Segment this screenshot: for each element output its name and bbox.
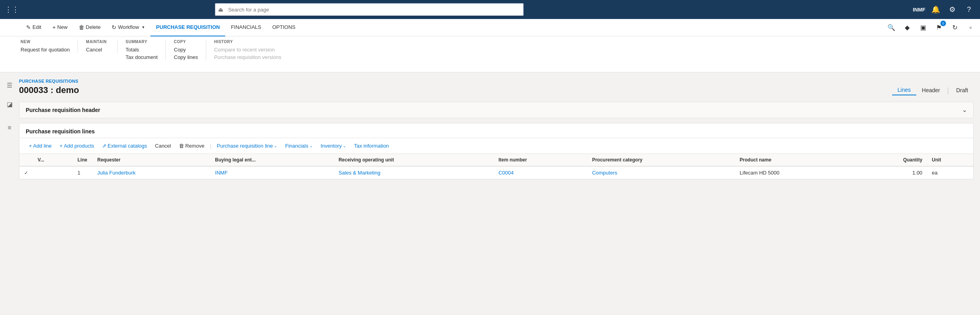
ribbon-group-copy-items: Copy Copy lines [174,46,198,61]
row-line: 1 [73,166,93,179]
search-input[interactable] [215,3,524,16]
ribbon-item-copy[interactable]: Copy [174,46,198,53]
ribbon-item-pr-versions: Purchase requisition versions [214,54,281,61]
ribbon-item-tax-document[interactable]: Tax document [125,54,158,61]
content-area: PURCHASE REQUISITIONS 000033 : demo Line… [19,72,980,180]
refresh-icon[interactable]: ↻ [948,21,961,34]
remove-btn[interactable]: 🗑 Remove [176,141,207,150]
top-bar-right: INMF 🔔 ⚙ ? [913,3,975,16]
tax-information-btn[interactable]: Tax information [351,141,392,150]
add-products-icon: + [60,143,63,149]
tab-workflow[interactable]: ↻ Workflow ▼ [106,19,150,36]
page-view-tabs: Lines Header | Draft [892,85,974,95]
delete-icon: 🗑 [79,24,84,30]
remove-icon: 🗑 [179,143,184,149]
ribbon-group-summary-label: SUMMARY [125,40,158,44]
ribbon-tabs-bar: ✎ Edit + New 🗑 Delete ↻ Workflow ▼ PURCH… [0,19,980,36]
office-icon[interactable]: ▣ [917,21,929,34]
ribbon-item-compare-recent: Compare to recent version [214,46,281,53]
tab-options[interactable]: OPTIONS [267,19,301,36]
row-check[interactable]: ✓ [19,166,33,179]
table-row[interactable]: ✓ 1 Julia Funderburk INMF Sales & Market… [19,166,973,179]
diamond-icon[interactable]: ◆ [901,21,914,34]
badge-container: ⚑ 0 [933,21,945,34]
workflow-dropdown-icon: ▼ [141,25,145,29]
header-section-title: Purchase requisition header [26,107,100,113]
inventory-btn[interactable]: Inventory ⌄ [317,141,349,150]
new-icon: + [52,24,55,30]
row-requester[interactable]: Julia Funderburk [93,166,211,179]
tab-header-view[interactable]: Header [916,85,946,95]
col-header-v: V... [33,154,73,166]
workflow-icon: ↻ [112,24,116,30]
notification-icon[interactable]: 🔔 [929,3,942,16]
col-header-quantity: Quantity [856,154,927,166]
row-unit: ea [927,166,973,179]
main-area: ☰ ◪ ≡ PURCHASE REQUISITIONS 000033 : dem… [0,72,980,180]
col-header-procurement-cat: Procurement category [587,154,735,166]
toolbar-separator: | [210,143,211,149]
row-buying-legal[interactable]: INMF [210,166,334,179]
tab-edit[interactable]: ✎ Edit [21,19,47,36]
col-header-unit: Unit [927,154,973,166]
ribbon-group-new: NEW Request for quotation [21,40,78,53]
ribbon-group-history-label: HISTORY [214,40,281,44]
row-receiving-op[interactable]: Sales & Marketing [334,166,494,179]
ribbon-group-summary: SUMMARY Totals Tax document [125,40,166,61]
add-line-btn[interactable]: + Add line [26,141,55,150]
row-v [33,166,73,179]
col-header-requester: Requester [93,154,211,166]
ribbon-item-cancel[interactable]: Cancel [86,46,109,53]
tab-delete[interactable]: 🗑 Delete [73,19,106,36]
row-item-number[interactable]: C0004 [494,166,587,179]
ribbon-group-maintain-items: Cancel [86,46,109,53]
settings-icon[interactable]: ⚙ [946,3,959,16]
row-quantity: 1.00 [856,166,927,179]
hamburger-icon[interactable]: ☰ [3,79,16,91]
inventory-chevron-icon: ⌄ [343,144,346,148]
lines-section: Purchase requisition lines + Add line + … [19,123,974,180]
financials-btn[interactable]: Financials ⌄ [282,141,316,150]
tab-new[interactable]: + New [47,19,73,36]
ribbon-search-btn[interactable]: 🔍 [883,19,899,36]
ribbon-group-new-label: NEW [21,40,70,44]
maximize-icon[interactable]: ▫ [964,21,977,34]
edit-icon: ✎ [26,24,31,30]
filter-icon[interactable]: ◪ [3,98,16,110]
ribbon-group-copy: COPY Copy Copy lines [174,40,206,61]
tab-purchase-requisition[interactable]: PURCHASE REQUISITION [150,19,225,36]
ribbon-group-maintain: MAINTAIN Cancel [86,40,118,53]
ribbon-item-request-for-quotation[interactable]: Request for quotation [21,46,70,53]
pr-line-chevron-icon: ⌄ [274,144,277,148]
list-icon[interactable]: ≡ [3,121,16,134]
ribbon-group-history-items: Compare to recent version Purchase requi… [214,46,281,61]
col-header-check [19,154,33,166]
page-title-row: 000033 : demo Lines Header | Draft [19,85,974,95]
grid-icon[interactable]: ⋮⋮ [5,5,19,14]
page-title: 000033 : demo [19,85,79,95]
header-section-toggle[interactable]: Purchase requisition header ⌄ [19,102,973,118]
header-section-panel: Purchase requisition header ⌄ [19,102,974,118]
page-status: Draft [951,85,974,95]
purchase-requisition-line-btn[interactable]: Purchase requisition line ⌄ [214,141,281,150]
view-divider: | [947,86,949,95]
ribbon-content: NEW Request for quotation MAINTAIN Cance… [0,36,980,72]
add-products-btn[interactable]: + Add products [57,141,97,150]
breadcrumb[interactable]: PURCHASE REQUISITIONS [19,79,974,83]
external-catalogs-btn[interactable]: ⇗ External catalogs [99,141,150,150]
ribbon-item-copy-lines[interactable]: Copy lines [174,54,198,61]
lines-cancel-btn[interactable]: Cancel [152,141,174,150]
left-sidebar: ☰ ◪ ≡ [0,72,19,180]
user-initials[interactable]: INMF [913,7,925,13]
financials-chevron-icon: ⌄ [310,144,313,148]
tab-financials[interactable]: FINANCIALS [225,19,267,36]
help-icon[interactable]: ? [963,3,975,16]
add-line-icon: + [29,143,32,149]
ribbon-item-totals[interactable]: Totals [125,46,158,53]
external-catalogs-icon: ⇗ [102,143,106,149]
lines-toolbar: + Add line + Add products ⇗ External cat… [19,138,973,154]
checkmark-icon: ✓ [24,170,28,176]
row-procurement-cat[interactable]: Computers [587,166,735,179]
tab-lines-view[interactable]: Lines [892,85,916,95]
ribbon-group-maintain-label: MAINTAIN [86,40,109,44]
